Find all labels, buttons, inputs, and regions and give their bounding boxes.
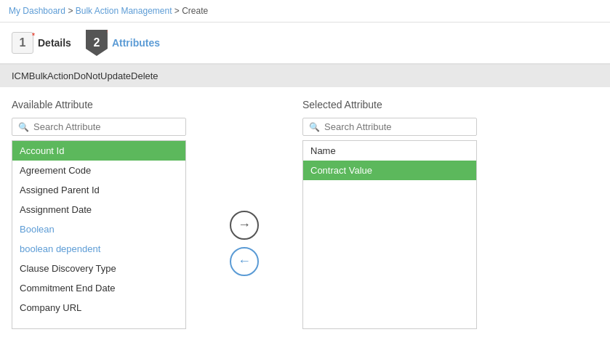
selected-attribute-list: Name Contract Value <box>302 140 477 329</box>
template-name: ICMBulkActionDoNotUpdateDelete <box>12 70 158 81</box>
selected-search-icon: 🔍 <box>309 122 320 132</box>
transfer-buttons: → ← <box>230 99 259 329</box>
list-item[interactable]: Contract Value <box>303 161 476 180</box>
list-item[interactable]: Commitment End Date <box>12 278 185 298</box>
available-search-icon: 🔍 <box>18 122 29 132</box>
breadcrumb-home[interactable]: My Dashboard <box>9 6 65 16</box>
available-search-box[interactable]: 🔍 <box>12 118 186 136</box>
back-arrow-icon: ← <box>238 254 251 269</box>
breadcrumb-sep2: > <box>174 6 182 16</box>
main-content: Available Attribute 🔍 Account Id Agreeme… <box>0 87 610 341</box>
template-name-bar: ICMBulkActionDoNotUpdateDelete <box>0 65 610 87</box>
list-item[interactable]: Agreement Code <box>12 161 185 180</box>
step-2[interactable]: 2 * Attributes <box>86 30 160 56</box>
transfer-forward-button[interactable]: → <box>230 211 259 240</box>
selected-search-box[interactable]: 🔍 <box>302 118 477 136</box>
list-item[interactable]: Assignment Date <box>12 200 185 219</box>
breadcrumb-section[interactable]: Bulk Action Management <box>76 6 172 16</box>
breadcrumb: My Dashboard > Bulk Action Management > … <box>0 0 610 23</box>
available-panel: Available Attribute 🔍 Account Id Agreeme… <box>12 99 186 329</box>
forward-arrow-icon: → <box>238 217 251 232</box>
step-2-label: Attributes <box>112 37 160 49</box>
step-2-circle: 2 * <box>86 30 108 56</box>
breadcrumb-sep1: > <box>68 6 75 16</box>
available-search-input[interactable] <box>33 121 180 132</box>
step-1-number: 1 <box>20 36 26 49</box>
step-1[interactable]: 1 * Details <box>12 32 71 54</box>
list-item[interactable]: Boolean <box>12 219 185 239</box>
selected-panel-title: Selected Attribute <box>302 99 477 110</box>
list-item[interactable]: Account Id <box>12 141 185 161</box>
list-item[interactable]: Name <box>303 141 476 161</box>
available-panel-title: Available Attribute <box>12 99 186 110</box>
list-item[interactable]: boolean dependent <box>12 239 185 259</box>
transfer-back-button[interactable]: ← <box>230 247 259 276</box>
list-item[interactable]: Clause Discovery Type <box>12 259 185 278</box>
step-1-required: * <box>32 32 35 40</box>
step-2-number: 2 <box>93 36 100 49</box>
selected-panel: Selected Attribute 🔍 Name Contract Value <box>302 99 477 329</box>
selected-search-input[interactable] <box>324 121 470 132</box>
breadcrumb-current: Create <box>182 6 208 16</box>
list-item[interactable]: Company URL <box>12 298 185 318</box>
step-2-required: * <box>107 29 110 37</box>
step-1-circle: 1 * <box>12 32 33 54</box>
list-item[interactable]: Assigned Parent Id <box>12 180 185 200</box>
step-1-label: Details <box>38 37 71 49</box>
available-attribute-list: Account Id Agreement Code Assigned Paren… <box>12 140 186 329</box>
steps-bar: 1 * Details 2 * Attributes <box>0 23 610 65</box>
